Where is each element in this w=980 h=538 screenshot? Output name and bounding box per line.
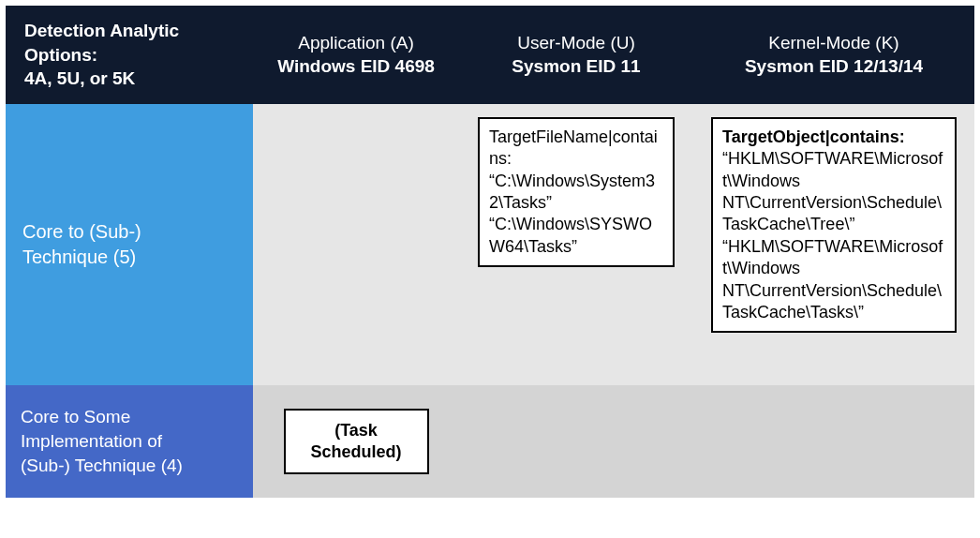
- header-col-app-bold: Windows EID 4698: [277, 54, 435, 79]
- row4-label-line3: (Sub-) Technique (4): [21, 454, 238, 478]
- header-options-title: Detection Analytic Options:: [24, 19, 238, 67]
- row5-label-line2: Technique (5): [22, 245, 236, 270]
- header-options: Detection Analytic Options: 4A, 5U, or 5…: [6, 6, 253, 104]
- header-col-usermode: User-Mode (U) Sysmon EID 11: [459, 6, 693, 104]
- header-col-application: Application (A) Windows EID 4698: [253, 6, 459, 104]
- row-label-core-some-4: Core to Some Implementation of (Sub-) Te…: [6, 385, 253, 498]
- cell-r4-usermode: [459, 385, 693, 498]
- box-kernelmode-targetobject: TargetObject|contains: “HKLM\SOFTWARE\Mi…: [711, 117, 957, 334]
- row4-label-line2: Implementation of: [21, 429, 238, 454]
- cell-r5-usermode: TargetFileName|contains: “C:\Windows\Sys…: [459, 104, 693, 385]
- row5-label-line1: Core to (Sub-): [22, 219, 236, 245]
- detection-analytic-table: Detection Analytic Options: 4A, 5U, or 5…: [6, 6, 974, 498]
- header-col-user-top: User-Mode (U): [517, 31, 635, 55]
- cell-r4-kernelmode: [693, 385, 974, 498]
- cell-r5-kernelmode: TargetObject|contains: “HKLM\SOFTWARE\Mi…: [693, 104, 974, 385]
- row4-label-line1: Core to Some: [21, 405, 238, 429]
- header-col-kernel-bold: Sysmon EID 12/13/14: [745, 54, 923, 79]
- box-app-task-scheduled: (Task Scheduled): [284, 409, 429, 475]
- header-options-values: 4A, 5U, or 5K: [24, 67, 135, 91]
- box-usermode-targetfilename: TargetFileName|contains: “C:\Windows\Sys…: [478, 117, 675, 267]
- header-col-app-top: Application (A): [298, 31, 414, 55]
- header-col-kernelmode: Kernel-Mode (K) Sysmon EID 12/13/14: [693, 6, 974, 104]
- header-col-user-bold: Sysmon EID 11: [512, 54, 640, 79]
- row-label-core-technique-5: Core to (Sub-) Technique (5): [6, 104, 253, 385]
- cell-r4-application: (Task Scheduled): [253, 385, 459, 498]
- header-col-kernel-top: Kernel-Mode (K): [768, 31, 898, 55]
- box-kernel-bold: TargetObject|contains:: [722, 127, 905, 146]
- cell-r5-application: [253, 104, 459, 385]
- box-kernel-rest: “HKLM\SOFTWARE\Microsoft\Windows NT\Curr…: [722, 149, 943, 321]
